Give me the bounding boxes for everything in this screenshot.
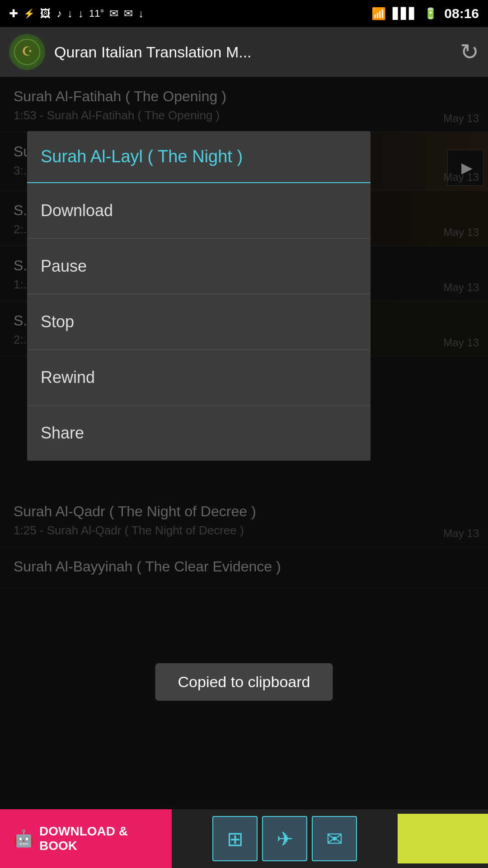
download-menu-item[interactable]: Download (27, 183, 371, 239)
grid-icon: ⊞ (227, 827, 244, 850)
clipboard-toast: Copied to clipboard (155, 663, 333, 701)
stop-menu-item[interactable]: Stop (27, 294, 371, 350)
wifi-icon: 📶 (371, 7, 386, 21)
status-icons-left: ✚ ⚡ 🖼 ♪ ↓ ↓ 11° ✉ ✉ ↓ (9, 7, 144, 20)
plane-icon: ✈ (277, 827, 293, 850)
mail-icon: ✉ (326, 827, 343, 850)
ad-yellow-box (398, 814, 488, 863)
download-book-button[interactable]: 🤖 DOWNLOAD & BOOK (0, 809, 172, 868)
battery-icon: 🔋 (424, 7, 437, 20)
email-icon-2: ✉ (124, 7, 133, 20)
ad-bar: 🤖 DOWNLOAD & BOOK ⊞ ✈ ✉ (0, 809, 488, 868)
app-bar: ☪ Quran Italian Translation M... ↻ (0, 27, 488, 77)
download-book-label: DOWNLOAD & BOOK (39, 824, 158, 853)
ad-icon-button-3[interactable]: ✉ (312, 816, 357, 861)
download-icon-2: ↓ (78, 7, 84, 20)
context-menu: Surah Al-Layl ( The Night ) Download Pau… (27, 131, 371, 461)
signal-icon: ▋▋▋ (393, 7, 417, 20)
image-icon: 🖼 (40, 7, 51, 20)
temp-icon: 11° (89, 8, 104, 19)
usb-icon: ⚡ (23, 8, 35, 19)
status-time: 08:16 (444, 6, 479, 21)
ad-icon-button-2[interactable]: ✈ (262, 816, 307, 861)
email-icon-1: ✉ (109, 7, 118, 20)
pause-menu-item[interactable]: Pause (27, 239, 371, 294)
android-icon: 🤖 (14, 829, 34, 848)
rewind-menu-item[interactable]: Rewind (27, 350, 371, 406)
svg-text:☪: ☪ (22, 44, 33, 58)
download-icon-1: ↓ (67, 7, 73, 20)
download-icon-3: ↓ (138, 7, 144, 20)
status-bar: ✚ ⚡ 🖼 ♪ ↓ ↓ 11° ✉ ✉ ↓ 📶 ▋▋▋ 🔋 08:16 (0, 0, 488, 27)
ad-icons-right: ⊞ ✈ ✉ (172, 816, 398, 861)
add-icon: ✚ (9, 7, 18, 20)
share-menu-item[interactable]: Share (27, 406, 371, 461)
context-menu-title: Surah Al-Layl ( The Night ) (27, 131, 371, 183)
music-icon: ♪ (56, 7, 62, 20)
ad-icon-button-1[interactable]: ⊞ (212, 816, 258, 861)
app-logo: ☪ (9, 34, 45, 70)
refresh-button[interactable]: ↻ (460, 39, 479, 65)
app-title: Quran Italian Translation M... (54, 43, 451, 61)
